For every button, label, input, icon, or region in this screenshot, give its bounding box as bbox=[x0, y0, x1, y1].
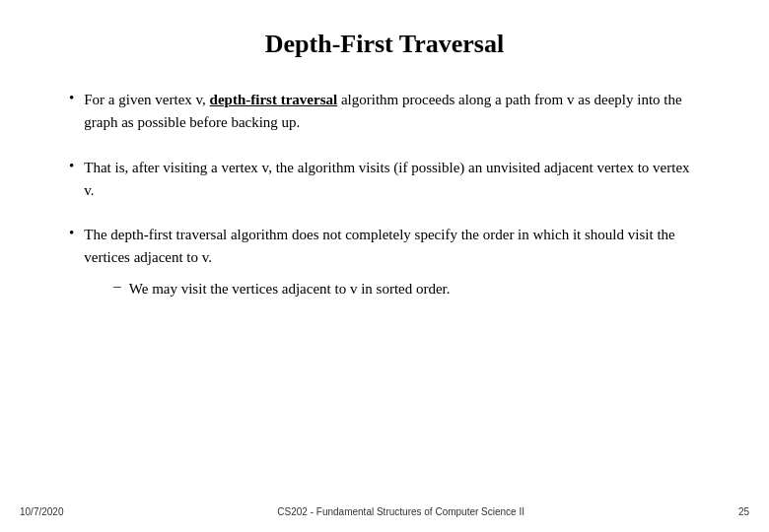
slide: Depth-First Traversal • For a given vert… bbox=[0, 0, 769, 532]
sub-dash-symbol: – bbox=[113, 278, 121, 295]
bullet-text-3: The depth-first traversal algorithm does… bbox=[84, 227, 674, 265]
bullet-item-2: • That is, after visiting a vertex v, th… bbox=[69, 157, 700, 203]
sub-bullet-item: – We may visit the vertices adjacent to … bbox=[113, 278, 700, 300]
slide-footer: 10/7/2020 CS202 - Fundamental Structures… bbox=[0, 506, 769, 517]
bullet-item-3: • The depth-first traversal algorithm do… bbox=[69, 224, 700, 300]
bullet-text-2: That is, after visiting a vertex v, the … bbox=[84, 157, 700, 203]
bullet-item-1: • For a given vertex v, depth-first trav… bbox=[69, 89, 700, 135]
footer-course: CS202 - Fundamental Structures of Comput… bbox=[277, 506, 524, 517]
slide-title: Depth-First Traversal bbox=[59, 30, 710, 59]
footer-page: 25 bbox=[738, 506, 749, 517]
sub-bullet-text: We may visit the vertices adjacent to v … bbox=[129, 278, 451, 300]
slide-content: • For a given vertex v, depth-first trav… bbox=[59, 89, 710, 300]
bullet-symbol-2: • bbox=[69, 158, 74, 174]
bullet-symbol-3: • bbox=[69, 225, 74, 241]
bullet-symbol-1: • bbox=[69, 90, 74, 106]
bullet-3-container: The depth-first traversal algorithm does… bbox=[84, 224, 700, 300]
footer-date: 10/7/2020 bbox=[20, 506, 64, 517]
highlight-depth-first: depth-first traversal bbox=[210, 92, 338, 107]
bullet-text-1: For a given vertex v, depth-first traver… bbox=[84, 89, 700, 135]
